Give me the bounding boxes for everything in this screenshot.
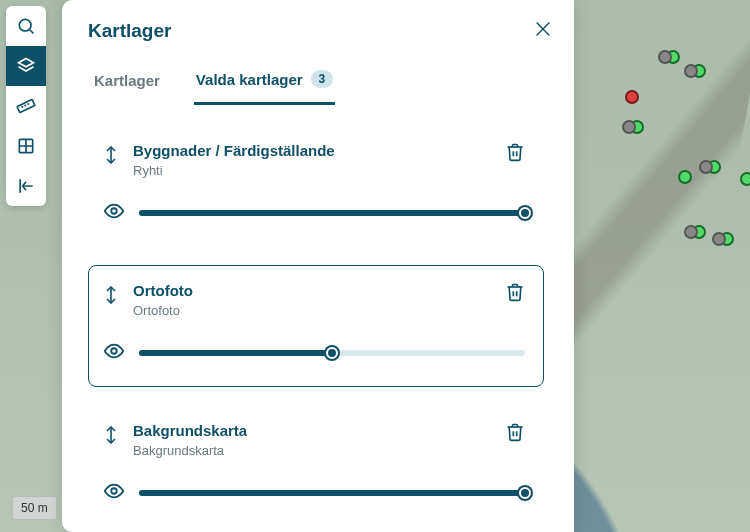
visibility-toggle[interactable] — [103, 340, 125, 366]
layer-card[interactable]: Byggnader / Färdigställande Ryhti — [88, 125, 544, 247]
opacity-slider[interactable] — [139, 210, 525, 216]
panel-header: Kartlager — [88, 18, 554, 44]
eye-icon — [103, 340, 125, 362]
reorder-icon — [103, 146, 119, 164]
scale-badge: 50 m — [12, 496, 57, 520]
reorder-icon — [103, 426, 119, 444]
close-icon — [532, 18, 554, 40]
svg-point-17 — [111, 348, 117, 354]
svg-point-15 — [111, 208, 117, 214]
map-marker[interactable] — [666, 50, 680, 64]
eye-icon — [103, 480, 125, 502]
layer-subtitle: Bakgrundskarta — [133, 443, 491, 458]
trash-icon — [505, 282, 525, 302]
search-icon — [16, 16, 36, 36]
map-marker[interactable] — [692, 225, 706, 239]
delete-layer-button[interactable] — [505, 282, 525, 306]
close-button[interactable] — [532, 18, 554, 44]
svg-line-1 — [30, 30, 34, 34]
svg-line-6 — [28, 103, 29, 105]
visibility-toggle[interactable] — [103, 480, 125, 506]
panel-title: Kartlager — [88, 20, 171, 42]
layer-title: Byggnader / Färdigställande — [133, 142, 491, 159]
delete-layer-button[interactable] — [505, 142, 525, 166]
collapse-tool-button[interactable] — [6, 166, 46, 206]
map-marker[interactable] — [692, 64, 706, 78]
map-marker[interactable] — [678, 170, 692, 184]
tab-badge: 3 — [311, 70, 334, 88]
drag-handle[interactable] — [103, 286, 119, 308]
layer-card[interactable]: Ortofoto Ortofoto — [88, 265, 544, 387]
tab-label: Kartlager — [94, 72, 160, 89]
reorder-icon — [103, 286, 119, 304]
eye-icon — [103, 200, 125, 222]
tab-strip: Kartlager Valda kartlager 3 — [88, 64, 554, 105]
svg-point-0 — [19, 19, 31, 31]
ruler-icon — [16, 96, 36, 116]
delete-layer-button[interactable] — [505, 422, 525, 446]
screenshot-tool-button[interactable] — [6, 126, 46, 166]
layer-subtitle: Ortofoto — [133, 303, 491, 318]
side-toolbar — [6, 6, 46, 206]
measure-tool-button[interactable] — [6, 86, 46, 126]
tab-label: Valda kartlager — [196, 71, 303, 88]
svg-marker-2 — [19, 59, 34, 67]
opacity-slider[interactable] — [139, 490, 525, 496]
layers-icon — [16, 56, 36, 76]
layer-title: Bakgrundskarta — [133, 422, 491, 439]
map-marker[interactable] — [720, 232, 734, 246]
opacity-slider[interactable] — [139, 350, 525, 356]
layers-tool-button[interactable] — [6, 46, 46, 86]
layer-subtitle: Ryhti — [133, 163, 491, 178]
trash-icon — [505, 422, 525, 442]
layer-list[interactable]: Byggnader / Färdigställande Ryhti — [88, 125, 554, 532]
map-marker[interactable] — [740, 172, 750, 186]
grid-icon — [16, 136, 36, 156]
drag-handle[interactable] — [103, 426, 119, 448]
layer-card[interactable]: Bakgrundskarta Bakgrundskarta — [88, 405, 544, 527]
layers-panel: Kartlager Kartlager Valda kartlager 3 By… — [62, 0, 574, 532]
layer-title: Ortofoto — [133, 282, 491, 299]
collapse-left-icon — [16, 176, 36, 196]
svg-line-4 — [22, 106, 23, 108]
tab-valda-kartlager[interactable]: Valda kartlager 3 — [194, 64, 335, 105]
map-marker[interactable] — [625, 90, 639, 104]
search-tool-button[interactable] — [6, 6, 46, 46]
visibility-toggle[interactable] — [103, 200, 125, 226]
tab-kartlager[interactable]: Kartlager — [92, 64, 162, 104]
svg-point-19 — [111, 488, 117, 494]
drag-handle[interactable] — [103, 146, 119, 168]
svg-line-5 — [25, 104, 26, 106]
map-marker[interactable] — [707, 160, 721, 174]
trash-icon — [505, 142, 525, 162]
map-marker[interactable] — [630, 120, 644, 134]
